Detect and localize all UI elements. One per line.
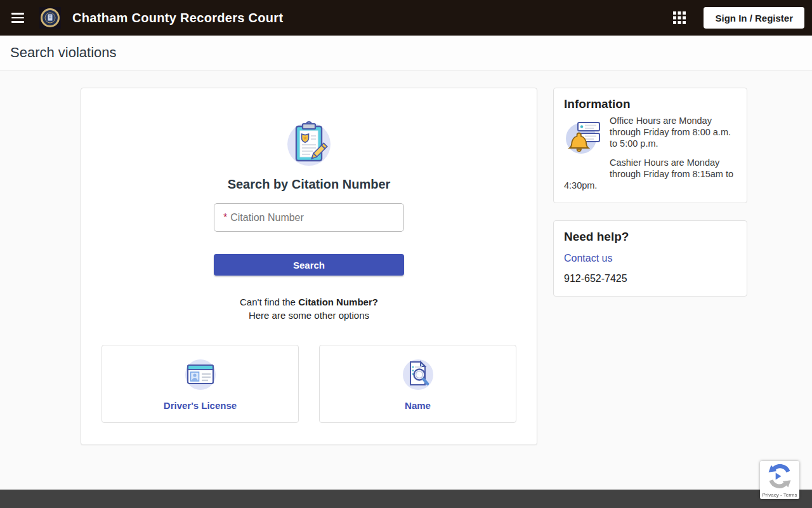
- drivers-license-icon: [182, 357, 219, 394]
- search-button[interactable]: Search: [214, 254, 404, 276]
- apps-grid-icon: [672, 10, 687, 25]
- app-header: Chatham County Recorders Court Sign In /…: [0, 0, 812, 36]
- search-heading: Search by Citation Number: [214, 177, 404, 192]
- clipboard-shield-icon: [285, 158, 333, 169]
- hamburger-icon: [11, 13, 24, 23]
- page-header: Search violations: [0, 36, 812, 70]
- footer-bar: [0, 490, 812, 508]
- need-help-title: Need help?: [564, 230, 737, 244]
- phone-number: 912-652-7425: [564, 273, 737, 284]
- sign-in-register-button[interactable]: Sign In / Register: [704, 7, 804, 29]
- information-title: Information: [564, 97, 737, 111]
- recaptcha-icon: [768, 464, 792, 491]
- notification-bell-icon: [564, 119, 603, 157]
- recaptcha-badge[interactable]: Privacy - Terms: [760, 461, 799, 499]
- page-title: Search violations: [10, 44, 117, 61]
- search-card: Search by Citation Number * Citation Num…: [81, 88, 537, 445]
- citation-number-input[interactable]: [214, 203, 404, 232]
- option-label: Driver's License: [164, 400, 237, 411]
- cant-find-text: Can't find the Citation Number? Here are…: [214, 295, 404, 322]
- information-card: Information: [553, 88, 747, 203]
- county-seal-logo: [39, 7, 61, 29]
- app-title: Chatham County Recorders Court: [72, 11, 662, 25]
- name-search-icon: [400, 357, 436, 394]
- contact-us-link[interactable]: Contact us: [564, 253, 612, 264]
- other-options-row: Driver's License: [81, 322, 537, 444]
- option-name[interactable]: Name: [319, 345, 516, 423]
- apps-grid-button[interactable]: [667, 5, 692, 30]
- option-drivers-license[interactable]: Driver's License: [102, 345, 299, 423]
- cashier-hours-text: Cashier Hours are Monday through Friday …: [564, 157, 737, 191]
- content-area: Search by Citation Number * Citation Num…: [81, 88, 812, 445]
- side-column: Information: [553, 88, 747, 297]
- need-help-card: Need help? Contact us 912-652-7425: [553, 220, 747, 297]
- recaptcha-privacy-terms[interactable]: Privacy - Terms: [763, 492, 797, 498]
- menu-button[interactable]: [5, 5, 30, 30]
- option-label: Name: [405, 400, 431, 411]
